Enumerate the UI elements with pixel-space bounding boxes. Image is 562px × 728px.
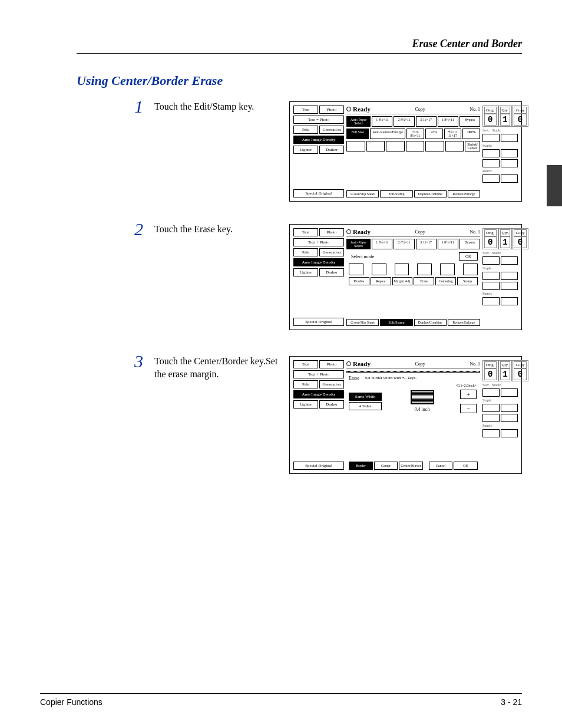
lighter-btn[interactable]: Lighter	[293, 400, 318, 409]
punch-2[interactable]	[501, 174, 518, 183]
double-btn[interactable]: Double	[349, 277, 369, 285]
sort-btn[interactable]	[482, 388, 500, 397]
staple-1[interactable]	[482, 404, 500, 412]
mode-3[interactable]	[386, 141, 405, 151]
tab-reduce[interactable]: Reduce/Enlarge	[448, 319, 480, 326]
tray-1[interactable]: 1 8½×11	[372, 116, 392, 127]
center-border-tab[interactable]: Center/Border	[399, 462, 423, 470]
minus-button[interactable]: −	[460, 404, 477, 413]
staple-4[interactable]	[501, 282, 518, 290]
auto-density-btn[interactable]: Auto Image Density	[293, 390, 344, 398]
mode-icon-5[interactable]	[440, 263, 455, 275]
punch-1[interactable]	[482, 429, 500, 437]
pale-btn[interactable]: Pale	[293, 380, 318, 388]
auto-reduce-btn[interactable]: Auto Reduce/Enlarge	[370, 129, 405, 139]
cancel-button[interactable]: Cancel	[429, 462, 453, 470]
mode-2[interactable]	[366, 141, 385, 151]
pct-100[interactable]: 100%	[462, 129, 480, 139]
preset-to-11x17[interactable]: 8½×11 11×17	[444, 129, 462, 139]
lighter-btn[interactable]: Lighter	[293, 268, 318, 276]
punch-2[interactable]	[501, 429, 518, 437]
mode-5[interactable]	[425, 141, 444, 151]
mode-icon-2[interactable]	[372, 263, 386, 275]
mode-icon-6[interactable]	[463, 263, 478, 275]
auto-density-btn[interactable]: Auto Image Density	[293, 258, 344, 266]
sort-btn[interactable]	[482, 134, 500, 142]
mode-icon-4[interactable]	[417, 263, 432, 275]
sort-btn[interactable]	[482, 256, 500, 265]
tab-cover-slip[interactable]: Cover/Slip Sheet	[346, 319, 379, 326]
stack-btn[interactable]	[501, 388, 518, 397]
same-width-btn[interactable]: Same Width	[349, 393, 382, 401]
auto-density-btn[interactable]: Auto Image Density	[293, 136, 344, 144]
shrink-center-btn[interactable]: Shrink/ Center	[465, 141, 480, 151]
tray-3[interactable]: 3 11×17	[416, 116, 437, 127]
tab-duplex[interactable]: Duplex/Combine	[414, 319, 447, 326]
photo-btn[interactable]: Photo	[319, 228, 344, 236]
staple-2[interactable]	[501, 404, 518, 412]
staple-3[interactable]	[482, 159, 500, 167]
generation-btn[interactable]: Generation	[319, 126, 344, 134]
tray-1[interactable]: 1 8½×11	[372, 239, 392, 249]
tray-2[interactable]: 2 8½×11	[394, 116, 414, 127]
stack-btn[interactable]	[501, 256, 518, 265]
text-btn[interactable]: Text	[293, 360, 318, 368]
generation-btn[interactable]: Generation	[319, 380, 344, 388]
staple-4[interactable]	[501, 414, 518, 422]
photo-btn[interactable]: Photo	[319, 106, 344, 114]
four-sides-btn[interactable]: 4 Sides	[349, 402, 382, 410]
repeat-btn[interactable]: Repeat	[371, 277, 391, 285]
full-size-btn[interactable]: Full Size	[346, 129, 369, 139]
tab-cover-slip[interactable]: Cover/Slip Sheet	[346, 190, 379, 197]
mode-icon-3[interactable]	[395, 263, 409, 275]
staple-3[interactable]	[482, 282, 500, 290]
tab-edit-stamp[interactable]: Edit/Stamp	[380, 319, 412, 326]
mode-1[interactable]	[346, 141, 365, 151]
bypass-tray[interactable]: Bypass	[459, 239, 480, 249]
punch-2[interactable]	[501, 297, 518, 305]
darker-btn[interactable]: Darker	[319, 146, 344, 154]
punch-1[interactable]	[482, 174, 500, 183]
special-original-btn[interactable]: Special Original	[293, 318, 344, 326]
staple-1[interactable]	[482, 272, 500, 280]
mode-4[interactable]	[406, 141, 425, 151]
auto-paper-btn[interactable]: Auto Paper Select	[346, 239, 371, 249]
centering-btn[interactable]: Centering	[435, 277, 456, 285]
tray-4[interactable]: 1 8½×11	[438, 239, 458, 249]
staple-3[interactable]	[482, 414, 500, 422]
tab-reduce[interactable]: Reduce/Enlarge	[448, 190, 480, 197]
text-btn[interactable]: Text	[293, 106, 318, 114]
bypass-tray[interactable]: Bypass	[459, 116, 480, 127]
pct-93[interactable]: 93%	[425, 129, 443, 139]
border-tab[interactable]: Border	[349, 462, 373, 470]
mode-icon-1[interactable]	[349, 263, 363, 275]
auto-paper-btn[interactable]: Auto Paper Select	[346, 116, 371, 127]
tray-3[interactable]: 3 11×17	[416, 239, 437, 249]
photo-btn[interactable]: Photo	[319, 360, 344, 368]
plus-button[interactable]: +	[460, 390, 477, 399]
center-tab[interactable]: Center	[374, 462, 398, 470]
darker-btn[interactable]: Darker	[319, 268, 344, 276]
preset-71[interactable]: 71% 8½×11	[406, 129, 424, 139]
pale-btn[interactable]: Pale	[293, 248, 318, 256]
mode-6[interactable]	[445, 141, 464, 151]
lighter-btn[interactable]: Lighter	[293, 146, 318, 154]
darker-btn[interactable]: Darker	[319, 400, 344, 409]
punch-1[interactable]	[482, 297, 500, 305]
generation-btn[interactable]: Generation	[319, 248, 344, 256]
erase-btn[interactable]: Erase	[414, 277, 434, 285]
ok-button[interactable]: OK	[454, 462, 478, 470]
stack-btn[interactable]	[501, 134, 518, 142]
special-original-btn[interactable]: Special Original	[293, 462, 344, 470]
margin-adj-btn[interactable]: Margin Adj.	[392, 277, 413, 285]
tray-4[interactable]: 1 8½×11	[438, 116, 458, 127]
text-btn[interactable]: Text	[293, 228, 318, 236]
staple-2[interactable]	[501, 149, 518, 157]
tab-edit-stamp[interactable]: Edit/Stamp	[380, 190, 412, 197]
stamp-btn[interactable]: Stamp	[457, 277, 478, 285]
tab-duplex[interactable]: Duplex/Combine	[414, 190, 447, 197]
staple-4[interactable]	[501, 159, 518, 167]
staple-1[interactable]	[482, 149, 500, 157]
ok-button[interactable]: OK	[459, 252, 478, 261]
staple-2[interactable]	[501, 272, 518, 280]
